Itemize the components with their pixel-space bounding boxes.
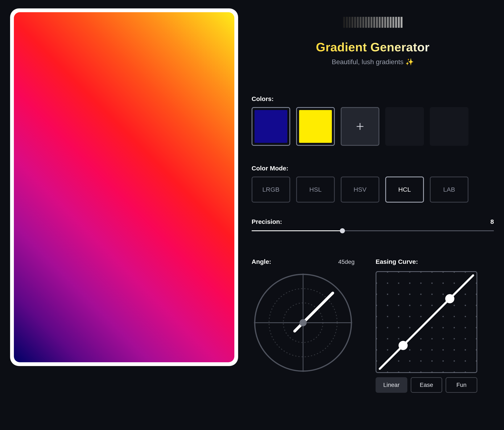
svg-point-16 (442, 272, 444, 273)
svg-point-20 (377, 282, 377, 284)
svg-point-88 (465, 349, 466, 350)
svg-point-24 (420, 282, 421, 284)
svg-point-97 (454, 360, 455, 362)
svg-point-87 (454, 349, 455, 350)
svg-point-106 (442, 372, 444, 372)
svg-point-47 (454, 305, 455, 306)
angle-needle[interactable] (295, 293, 333, 331)
color-mode-section: Color Mode: LRGBHSLHSVHCLLAB (252, 165, 494, 218)
svg-point-25 (431, 282, 432, 284)
svg-point-15 (431, 272, 432, 273)
svg-point-44 (420, 305, 421, 306)
svg-point-75 (431, 338, 432, 339)
gradient-preview-frame (10, 9, 238, 366)
svg-point-51 (387, 316, 388, 317)
svg-point-14 (420, 272, 421, 273)
svg-point-57 (454, 316, 455, 317)
svg-point-89 (476, 349, 477, 350)
angle-dial[interactable] (252, 271, 355, 374)
header-bars-decoration (343, 17, 403, 28)
svg-point-19 (476, 272, 477, 273)
svg-point-17 (454, 272, 455, 273)
easing-presets-row: LinearEaseFun (376, 377, 477, 393)
svg-point-9 (299, 319, 307, 326)
color-mode-option[interactable]: LRGB (252, 177, 290, 203)
color-mode-option[interactable]: HSL (296, 177, 335, 203)
svg-point-96 (442, 360, 444, 362)
svg-point-21 (387, 282, 388, 284)
color-mode-label: Color Mode: (252, 165, 494, 172)
svg-point-70 (377, 338, 377, 339)
svg-point-11 (387, 272, 388, 273)
easing-preset-button[interactable]: Fun (446, 377, 477, 393)
add-color-button[interactable] (341, 107, 379, 146)
svg-point-23 (409, 282, 410, 284)
svg-point-99 (476, 360, 477, 362)
color-swatch-placeholder (430, 107, 468, 146)
svg-point-90 (377, 360, 377, 362)
precision-section: Precision: 8 (252, 218, 494, 235)
svg-point-32 (398, 294, 399, 295)
precision-slider[interactable] (252, 227, 494, 235)
svg-point-18 (465, 272, 466, 273)
svg-point-13 (409, 272, 410, 273)
colors-label: Colors: (252, 95, 494, 103)
svg-point-79 (476, 338, 477, 339)
angle-value: 45deg (338, 259, 355, 265)
svg-point-104 (420, 372, 421, 372)
page-title: Gradient Generator (316, 40, 430, 54)
svg-point-63 (409, 327, 410, 328)
svg-point-35 (431, 294, 432, 295)
color-swatch[interactable] (252, 107, 290, 146)
svg-point-85 (431, 349, 432, 350)
angle-section: Angle: 45deg (252, 258, 355, 393)
svg-point-76 (442, 338, 444, 339)
svg-point-68 (465, 327, 466, 328)
svg-point-65 (431, 327, 432, 328)
svg-point-105 (431, 372, 432, 372)
svg-point-62 (398, 327, 399, 328)
svg-point-109 (476, 372, 477, 372)
svg-point-93 (409, 360, 410, 362)
svg-point-71 (387, 338, 388, 339)
gradient-preview (14, 12, 234, 362)
svg-point-31 (387, 294, 388, 295)
svg-point-29 (476, 282, 477, 284)
easing-handle-1[interactable] (398, 341, 408, 350)
svg-point-39 (476, 294, 477, 295)
svg-point-61 (387, 327, 388, 328)
easing-label: Easing Curve: (376, 258, 477, 265)
svg-point-12 (398, 272, 399, 273)
svg-point-84 (420, 349, 421, 350)
precision-thumb[interactable] (340, 228, 345, 233)
svg-point-10 (377, 272, 377, 273)
svg-point-33 (409, 294, 410, 295)
svg-point-43 (409, 305, 410, 306)
plus-icon (355, 122, 365, 131)
color-swatch[interactable] (296, 107, 335, 146)
color-mode-option[interactable]: LAB (430, 177, 468, 203)
svg-point-27 (454, 282, 455, 284)
svg-point-22 (398, 282, 399, 284)
svg-point-42 (398, 305, 399, 306)
color-mode-option[interactable]: HSV (341, 177, 379, 203)
colors-row (252, 107, 494, 146)
svg-point-108 (465, 372, 466, 372)
easing-preset-button[interactable]: Ease (411, 377, 442, 393)
easing-handle-2[interactable] (445, 294, 454, 303)
svg-point-26 (442, 282, 444, 284)
svg-point-54 (420, 316, 421, 317)
easing-graph[interactable] (376, 271, 477, 373)
svg-point-66 (442, 327, 444, 328)
precision-value: 8 (490, 218, 494, 225)
color-mode-option[interactable]: HCL (385, 177, 424, 203)
svg-point-59 (476, 316, 477, 317)
svg-point-103 (409, 372, 410, 372)
svg-point-41 (387, 305, 388, 306)
svg-point-83 (409, 349, 410, 350)
svg-point-101 (387, 372, 388, 372)
svg-point-77 (454, 338, 455, 339)
easing-preset-button[interactable]: Linear (376, 377, 407, 393)
precision-label: Precision: (252, 218, 282, 225)
svg-point-72 (398, 338, 399, 339)
